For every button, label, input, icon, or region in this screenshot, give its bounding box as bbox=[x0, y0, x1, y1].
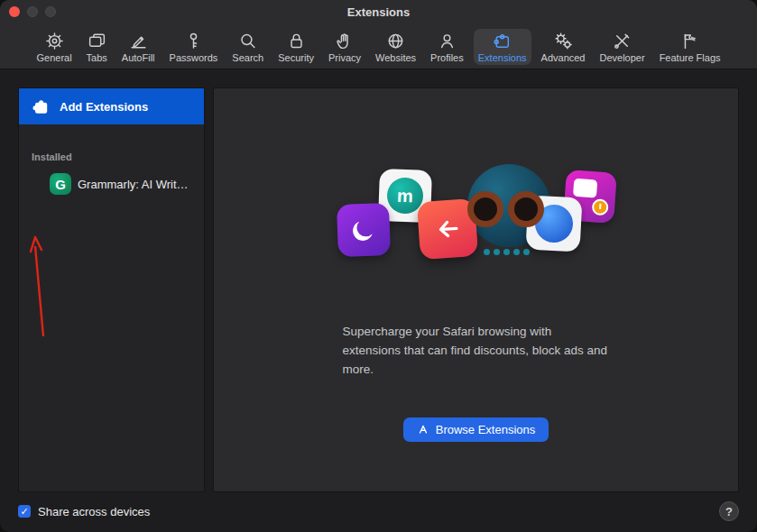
grammarly-icon: G bbox=[50, 173, 71, 195]
tab-search[interactable]: Search bbox=[227, 29, 268, 65]
browse-extensions-label: Browse Extensions bbox=[436, 423, 536, 436]
installed-heading: Installed bbox=[32, 151, 204, 162]
binocular-lens-left bbox=[467, 191, 503, 227]
tab-tabs[interactable]: Tabs bbox=[82, 29, 112, 65]
titlebar: Extensions bbox=[0, 0, 757, 24]
tab-websites[interactable]: Websites bbox=[371, 29, 420, 65]
gears-icon bbox=[554, 32, 573, 50]
clock-badge-icon bbox=[591, 198, 608, 216]
person-icon bbox=[438, 32, 457, 50]
extensions-description: Supercharge your Safari browsing with ex… bbox=[343, 323, 610, 380]
left-arrow-icon bbox=[432, 215, 461, 243]
list-item-grammarly[interactable]: G Grammarly: AI Writ… bbox=[19, 173, 204, 195]
puzzle-icon bbox=[493, 32, 512, 50]
tab-label: Extensions bbox=[478, 52, 527, 63]
settings-toolbar: General Tabs AutoFill Passwords Search S… bbox=[0, 24, 757, 69]
add-extensions-label: Add Extensions bbox=[60, 100, 148, 114]
footer-bar: ✓ Share across devices ? bbox=[0, 492, 757, 530]
traffic-lights bbox=[9, 6, 56, 17]
teal-dots bbox=[484, 249, 530, 255]
tab-label: Privacy bbox=[328, 52, 361, 63]
tab-profiles[interactable]: Profiles bbox=[426, 29, 468, 65]
tab-label: Websites bbox=[375, 52, 416, 63]
key-icon bbox=[184, 32, 203, 50]
share-label: Share across devices bbox=[38, 505, 150, 518]
tab-extensions[interactable]: Extensions bbox=[474, 29, 531, 65]
extensions-detail-panel: m Supercharge your Safari browsing with … bbox=[213, 87, 739, 492]
tab-developer[interactable]: Developer bbox=[595, 29, 650, 65]
globe-icon bbox=[386, 32, 405, 50]
search-icon bbox=[238, 32, 257, 50]
safari-settings-window: Extensions General Tabs AutoFill Passwor… bbox=[0, 0, 757, 532]
tab-passwords[interactable]: Passwords bbox=[165, 29, 223, 65]
gear-icon bbox=[45, 32, 64, 50]
extensions-sidebar: Add Extensions Installed G Grammarly: AI… bbox=[18, 87, 205, 492]
extensions-illustration: m bbox=[332, 164, 621, 281]
puzzle-piece-icon bbox=[30, 96, 51, 117]
share-across-devices-checkbox[interactable]: ✓ Share across devices bbox=[18, 505, 150, 518]
flags-icon bbox=[680, 32, 699, 50]
zoom-window-button[interactable] bbox=[45, 6, 56, 17]
add-extensions-button[interactable]: Add Extensions bbox=[19, 88, 204, 124]
extension-name: Grammarly: AI Writ… bbox=[78, 178, 189, 191]
tab-security[interactable]: Security bbox=[273, 29, 318, 65]
close-window-button[interactable] bbox=[9, 6, 20, 17]
app-store-icon bbox=[417, 423, 429, 436]
tab-label: General bbox=[36, 52, 71, 63]
tabs-icon bbox=[88, 32, 106, 50]
tab-label: Developer bbox=[600, 52, 645, 63]
window-title: Extensions bbox=[347, 5, 410, 19]
checkbox-checked-icon[interactable]: ✓ bbox=[18, 505, 31, 518]
crescent-moon-icon bbox=[349, 216, 377, 243]
tab-autofill[interactable]: AutoFill bbox=[117, 29, 160, 65]
tab-advanced[interactable]: Advanced bbox=[537, 29, 590, 65]
tab-feature-flags[interactable]: Feature Flags bbox=[655, 29, 725, 65]
tab-label: Feature Flags bbox=[660, 52, 721, 63]
tab-label: Profiles bbox=[430, 52, 464, 63]
tab-label: Passwords bbox=[170, 52, 218, 63]
tab-privacy[interactable]: Privacy bbox=[324, 29, 365, 65]
minimize-window-button[interactable] bbox=[27, 6, 38, 17]
content-area: Add Extensions Installed G Grammarly: AI… bbox=[0, 69, 757, 492]
binocular-lens-right bbox=[508, 191, 544, 227]
tab-general[interactable]: General bbox=[32, 29, 76, 65]
tab-label: Search bbox=[232, 52, 263, 63]
tools-icon bbox=[613, 32, 632, 50]
tab-label: Security bbox=[278, 52, 314, 63]
lock-icon bbox=[287, 32, 306, 50]
browse-extensions-button[interactable]: Browse Extensions bbox=[403, 417, 549, 442]
hand-icon bbox=[335, 32, 354, 50]
tab-label: AutoFill bbox=[122, 52, 155, 63]
pencil-icon bbox=[129, 32, 148, 50]
moon-app-icon bbox=[337, 203, 391, 257]
tab-label: Advanced bbox=[541, 52, 586, 63]
tab-label: Tabs bbox=[87, 52, 107, 63]
help-button[interactable]: ? bbox=[719, 501, 739, 521]
